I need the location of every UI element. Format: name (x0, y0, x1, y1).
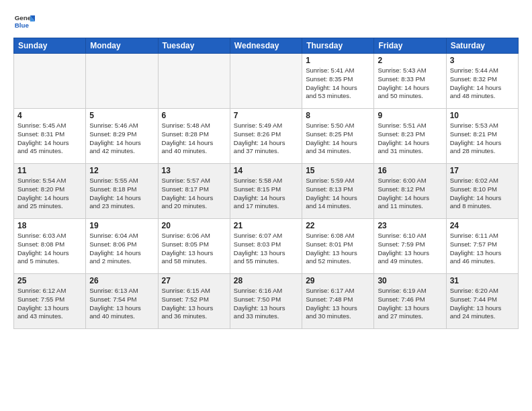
day-number: 16 (378, 166, 442, 175)
calendar-cell: 25Sunrise: 6:12 AMSunset: 7:55 PMDayligh… (14, 274, 86, 329)
day-info: Sunrise: 6:04 AMSunset: 8:06 PMDaylight:… (89, 232, 154, 266)
day-info: Sunrise: 5:53 AMSunset: 8:21 PMDaylight:… (450, 122, 515, 156)
day-number: 22 (306, 221, 370, 230)
day-number: 27 (162, 276, 226, 285)
calendar-week-row: 1Sunrise: 5:41 AMSunset: 8:35 PMDaylight… (14, 54, 519, 109)
calendar-cell: 10Sunrise: 5:53 AMSunset: 8:21 PMDayligh… (446, 109, 518, 164)
day-info: Sunrise: 5:57 AMSunset: 8:17 PMDaylight:… (162, 177, 226, 211)
day-info: Sunrise: 5:48 AMSunset: 8:28 PMDaylight:… (162, 122, 226, 156)
day-info: Sunrise: 5:43 AMSunset: 8:33 PMDaylight:… (378, 66, 442, 101)
calendar-cell: 29Sunrise: 6:17 AMSunset: 7:48 PMDayligh… (302, 274, 374, 329)
day-info: Sunrise: 6:07 AMSunset: 8:03 PMDaylight:… (234, 232, 298, 266)
calendar-cell (158, 54, 230, 109)
day-info: Sunrise: 5:45 AMSunset: 8:31 PMDaylight:… (17, 122, 82, 156)
calendar-cell: 22Sunrise: 6:08 AMSunset: 8:01 PMDayligh… (302, 219, 374, 274)
calendar-cell: 27Sunrise: 6:15 AMSunset: 7:52 PMDayligh… (158, 274, 230, 329)
day-info: Sunrise: 6:06 AMSunset: 8:05 PMDaylight:… (162, 232, 226, 266)
calendar-cell: 7Sunrise: 5:49 AMSunset: 8:26 PMDaylight… (230, 109, 302, 164)
day-info: Sunrise: 6:19 AMSunset: 7:46 PMDaylight:… (378, 287, 442, 321)
day-number: 11 (17, 166, 82, 175)
day-info: Sunrise: 6:15 AMSunset: 7:52 PMDaylight:… (162, 287, 226, 321)
day-number: 15 (306, 166, 370, 175)
day-number: 12 (89, 166, 154, 175)
day-info: Sunrise: 6:11 AMSunset: 7:57 PMDaylight:… (450, 232, 515, 266)
calendar-cell: 12Sunrise: 5:55 AMSunset: 8:18 PMDayligh… (86, 164, 158, 219)
day-info: Sunrise: 5:51 AMSunset: 8:23 PMDaylight:… (378, 122, 442, 156)
calendar-cell: 20Sunrise: 6:06 AMSunset: 8:05 PMDayligh… (158, 219, 230, 274)
day-number: 6 (162, 111, 226, 120)
calendar-cell (230, 54, 302, 109)
calendar-week-row: 11Sunrise: 5:54 AMSunset: 8:20 PMDayligh… (14, 164, 519, 219)
day-number: 1 (306, 56, 370, 65)
day-info: Sunrise: 6:20 AMSunset: 7:44 PMDaylight:… (450, 287, 515, 321)
day-info: Sunrise: 6:16 AMSunset: 7:50 PMDaylight:… (234, 287, 298, 321)
day-info: Sunrise: 5:55 AMSunset: 8:18 PMDaylight:… (89, 177, 154, 211)
calendar-cell: 19Sunrise: 6:04 AMSunset: 8:06 PMDayligh… (86, 219, 158, 274)
calendar-cell: 1Sunrise: 5:41 AMSunset: 8:35 PMDaylight… (302, 54, 374, 109)
day-number: 18 (17, 221, 82, 230)
day-number: 13 (162, 166, 226, 175)
calendar-week-row: 25Sunrise: 6:12 AMSunset: 7:55 PMDayligh… (14, 274, 519, 329)
day-info: Sunrise: 5:46 AMSunset: 8:29 PMDaylight:… (89, 122, 154, 156)
day-info: Sunrise: 5:59 AMSunset: 8:13 PMDaylight:… (306, 177, 370, 211)
day-info: Sunrise: 5:50 AMSunset: 8:25 PMDaylight:… (306, 122, 370, 156)
calendar-cell: 13Sunrise: 5:57 AMSunset: 8:17 PMDayligh… (158, 164, 230, 219)
calendar-cell: 3Sunrise: 5:44 AMSunset: 8:32 PMDaylight… (446, 54, 518, 109)
day-number: 5 (89, 111, 154, 120)
day-number: 30 (378, 276, 442, 285)
day-number: 3 (450, 56, 515, 65)
calendar-cell: 28Sunrise: 6:16 AMSunset: 7:50 PMDayligh… (230, 274, 302, 329)
day-number: 24 (450, 221, 515, 230)
weekday-header-tuesday: Tuesday (158, 38, 230, 54)
weekday-header-sunday: Sunday (14, 38, 86, 54)
calendar-cell: 31Sunrise: 6:20 AMSunset: 7:44 PMDayligh… (446, 274, 518, 329)
day-number: 10 (450, 111, 515, 120)
day-number: 29 (306, 276, 370, 285)
day-number: 4 (17, 111, 82, 120)
svg-text:Blue: Blue (15, 21, 30, 29)
day-number: 25 (17, 276, 82, 285)
weekday-header-wednesday: Wednesday (230, 38, 302, 54)
logo-icon: General Blue (13, 11, 35, 32)
day-number: 14 (234, 166, 298, 175)
day-number: 23 (378, 221, 442, 230)
day-number: 26 (89, 276, 154, 285)
day-number: 31 (450, 276, 515, 285)
calendar-cell: 15Sunrise: 5:59 AMSunset: 8:13 PMDayligh… (302, 164, 374, 219)
calendar-cell: 23Sunrise: 6:10 AMSunset: 7:59 PMDayligh… (374, 219, 446, 274)
day-info: Sunrise: 6:10 AMSunset: 7:59 PMDaylight:… (378, 232, 442, 266)
calendar-cell: 5Sunrise: 5:46 AMSunset: 8:29 PMDaylight… (86, 109, 158, 164)
day-info: Sunrise: 5:58 AMSunset: 8:15 PMDaylight:… (234, 177, 298, 211)
calendar-cell: 18Sunrise: 6:03 AMSunset: 8:08 PMDayligh… (14, 219, 86, 274)
day-info: Sunrise: 5:44 AMSunset: 8:32 PMDaylight:… (450, 66, 515, 101)
day-info: Sunrise: 5:41 AMSunset: 8:35 PMDaylight:… (306, 66, 370, 101)
calendar-cell: 8Sunrise: 5:50 AMSunset: 8:25 PMDaylight… (302, 109, 374, 164)
logo: General Blue (13, 11, 35, 32)
day-info: Sunrise: 6:13 AMSunset: 7:54 PMDaylight:… (89, 287, 154, 321)
calendar-cell: 21Sunrise: 6:07 AMSunset: 8:03 PMDayligh… (230, 219, 302, 274)
day-number: 17 (450, 166, 515, 175)
day-number: 2 (378, 56, 442, 65)
calendar-cell: 30Sunrise: 6:19 AMSunset: 7:46 PMDayligh… (374, 274, 446, 329)
calendar-cell: 6Sunrise: 5:48 AMSunset: 8:28 PMDaylight… (158, 109, 230, 164)
calendar-cell (14, 54, 86, 109)
day-info: Sunrise: 6:03 AMSunset: 8:08 PMDaylight:… (17, 232, 82, 266)
calendar-cell: 17Sunrise: 6:02 AMSunset: 8:10 PMDayligh… (446, 164, 518, 219)
calendar-cell: 2Sunrise: 5:43 AMSunset: 8:33 PMDaylight… (374, 54, 446, 109)
page: General Blue SundayMondayTuesdayWednesda… (0, 0, 532, 411)
day-number: 7 (234, 111, 298, 120)
day-number: 28 (234, 276, 298, 285)
day-number: 9 (378, 111, 442, 120)
weekday-header-thursday: Thursday (302, 38, 374, 54)
weekday-header-friday: Friday (374, 38, 446, 54)
calendar-cell: 26Sunrise: 6:13 AMSunset: 7:54 PMDayligh… (86, 274, 158, 329)
day-number: 20 (162, 221, 226, 230)
day-number: 8 (306, 111, 370, 120)
day-info: Sunrise: 5:54 AMSunset: 8:20 PMDaylight:… (17, 177, 82, 211)
header: General Blue (13, 11, 519, 32)
calendar-week-row: 4Sunrise: 5:45 AMSunset: 8:31 PMDaylight… (14, 109, 519, 164)
calendar-week-row: 18Sunrise: 6:03 AMSunset: 8:08 PMDayligh… (14, 219, 519, 274)
calendar-cell: 16Sunrise: 6:00 AMSunset: 8:12 PMDayligh… (374, 164, 446, 219)
weekday-header-saturday: Saturday (446, 38, 518, 54)
day-info: Sunrise: 5:49 AMSunset: 8:26 PMDaylight:… (234, 122, 298, 156)
